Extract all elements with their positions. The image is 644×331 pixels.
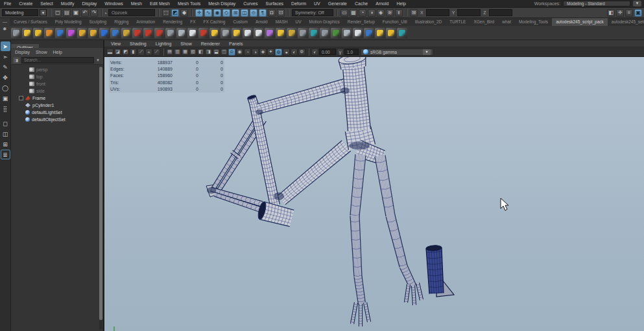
outliner-item-defaultobjectset[interactable]: defaultObjectSet bbox=[11, 116, 103, 123]
menu-mesh-display[interactable]: Mesh Display bbox=[204, 0, 239, 8]
shelf-icon-8[interactable] bbox=[88, 28, 99, 38]
ipr-render-icon[interactable]: ◔ bbox=[359, 9, 366, 17]
snap-curve-icon[interactable]: ∿ bbox=[204, 9, 212, 17]
four-pane-layout-icon[interactable]: ⊞ bbox=[1, 139, 10, 149]
symmetry-dropdown[interactable]: Symmetry: Off bbox=[292, 9, 333, 16]
viewport-toolbar-icon[interactable]: ◑ bbox=[252, 49, 259, 56]
shelf-icon-18[interactable] bbox=[198, 28, 209, 38]
viewport-toolbar-icon[interactable]: ▥ bbox=[174, 49, 181, 56]
render-settings-icon[interactable]: ◑ bbox=[368, 9, 376, 17]
select-component-mode-icon[interactable]: ◆ bbox=[180, 9, 188, 17]
shelf-icon-24[interactable] bbox=[265, 28, 275, 38]
move-tool-icon[interactable]: ✥ bbox=[1, 73, 10, 82]
shelf-tab-sculpting[interactable]: Sculpting bbox=[86, 18, 111, 26]
outliner-filter-icon[interactable]: ◨ bbox=[13, 57, 19, 63]
shelf-tab-mash[interactable]: MASH bbox=[272, 18, 292, 26]
light-editor-icon[interactable]: ≋ bbox=[386, 9, 394, 17]
construction-history-icon[interactable]: ⊡ bbox=[277, 9, 285, 17]
outliner-persp-layout-icon[interactable]: ≣ bbox=[1, 150, 10, 159]
shelf-icon-12[interactable] bbox=[132, 28, 143, 38]
shelf-icon-23[interactable] bbox=[254, 28, 264, 38]
shelf-icon-2[interactable] bbox=[22, 28, 32, 38]
menu-create[interactable]: Create bbox=[15, 0, 36, 8]
outliner-item-defaultlightset[interactable]: defaultLightSet bbox=[11, 109, 103, 116]
viewport-toolbar-icon[interactable]: ▤ bbox=[166, 49, 173, 56]
menu-deform[interactable]: Deform bbox=[287, 0, 310, 8]
shelf-tab-uv[interactable]: UV bbox=[291, 18, 305, 26]
shelf-icon-33[interactable] bbox=[364, 28, 374, 38]
shelf-icon-34[interactable] bbox=[375, 28, 385, 38]
exposure-field[interactable]: 0.00 bbox=[319, 49, 336, 55]
shelf-icon-28[interactable] bbox=[309, 28, 319, 38]
redo-icon[interactable]: ↷ bbox=[90, 9, 98, 17]
shelf-icon-4[interactable] bbox=[44, 28, 54, 38]
grid-coords-icon[interactable]: ⊞ bbox=[410, 9, 418, 17]
menu-cache[interactable]: Cache bbox=[351, 0, 372, 8]
shelf-icon-7[interactable] bbox=[77, 28, 88, 38]
shelf-icon-16[interactable] bbox=[176, 28, 187, 38]
modeling-toolkit-toggle-icon[interactable]: ▣ bbox=[634, 9, 642, 17]
viewport-toolbar-icon[interactable]: ◍ bbox=[275, 49, 282, 56]
scale-tool-icon[interactable]: ▣ bbox=[1, 93, 10, 103]
menu-curves[interactable]: Curves bbox=[239, 0, 261, 8]
viewport-toolbar-icon[interactable]: ▧ bbox=[189, 49, 197, 56]
snap-history-icon[interactable]: ¶ bbox=[259, 9, 267, 17]
shelf-icon-5[interactable] bbox=[55, 28, 66, 38]
color-management-dropdown[interactable]: sRGB gamma ▼ bbox=[361, 49, 433, 56]
viewport-toolbar-icon[interactable]: ⟑ bbox=[145, 49, 152, 56]
outliner-menu-show[interactable]: Show bbox=[36, 50, 47, 54]
shelf-icon-20[interactable] bbox=[221, 28, 231, 38]
exposure-icon[interactable]: ◐ bbox=[311, 49, 318, 56]
render-current-frame-icon[interactable]: ▦ bbox=[350, 9, 357, 17]
viewport-toolbar-icon[interactable]: ◈ bbox=[259, 49, 267, 56]
hypershade-icon[interactable]: ◈ bbox=[377, 9, 385, 17]
viewport-toolbar-icon[interactable]: ◐ bbox=[291, 49, 298, 56]
channel-box-toggle-icon[interactable]: ≡ bbox=[625, 9, 633, 17]
shelf-icon-6[interactable] bbox=[66, 28, 77, 38]
viewport-toolbar-icon[interactable]: ◩ bbox=[122, 49, 129, 56]
make-live-icon[interactable]: ◫ bbox=[241, 9, 248, 17]
shelf-icon-22[interactable] bbox=[243, 28, 253, 38]
shelf-tab-custom[interactable]: Custom bbox=[229, 18, 251, 26]
shelf-tab-curves-surfaces[interactable]: Curves / Surfaces bbox=[10, 18, 51, 26]
viewport-toolbar-icon[interactable]: ◨ bbox=[205, 49, 212, 56]
shelf-tab-illustration-2d[interactable]: Illustration_2D bbox=[411, 18, 446, 26]
shelf-collapse-icon[interactable]: — bbox=[3, 19, 7, 24]
viewport-menu-lighting[interactable]: Lighting bbox=[152, 41, 176, 46]
shelf-tab-motion-graphics[interactable]: Motion Graphics bbox=[305, 18, 344, 26]
viewport-toolbar-icon[interactable]: ✦ bbox=[267, 49, 274, 56]
shelf-tab-render-setup[interactable]: Render_Setup bbox=[344, 18, 379, 26]
shelf-icon-14[interactable] bbox=[154, 28, 165, 38]
select-hierarchy-icon[interactable]: ⬚ bbox=[162, 9, 170, 17]
workspace-dropdown-arrow-icon[interactable]: ▼ bbox=[633, 1, 641, 6]
outliner-search-arrow-icon[interactable]: ▼ bbox=[96, 58, 101, 62]
menu-edit-mesh[interactable]: Edit Mesh bbox=[146, 0, 174, 8]
single-pane-layout-icon[interactable]: ◻ bbox=[1, 119, 10, 128]
menu-set-dropdown[interactable]: Modeling bbox=[2, 9, 38, 16]
shelf-tab-fx[interactable]: FX bbox=[186, 18, 199, 26]
save-scene-icon[interactable]: ▣ bbox=[72, 9, 80, 17]
gamma-field[interactable]: 1.0 bbox=[344, 49, 359, 55]
menu-surfaces[interactable]: Surfaces bbox=[261, 0, 287, 8]
shelf-tab-rigging[interactable]: Rigging bbox=[110, 18, 132, 26]
shelf-icon-9[interactable] bbox=[99, 28, 110, 38]
shelf-icon-30[interactable] bbox=[331, 28, 341, 38]
viewport-menu-view[interactable]: View bbox=[107, 41, 125, 46]
viewport-menu-shading[interactable]: Shading bbox=[126, 41, 150, 46]
attribute-editor-toggle-icon[interactable]: ◧ bbox=[607, 9, 615, 17]
shelf-tab-modeling-tools[interactable]: Modeling_Tools bbox=[515, 18, 552, 26]
outliner-item-persp[interactable]: persp bbox=[11, 66, 103, 73]
coord-z-input[interactable] bbox=[489, 9, 512, 16]
shelf-icon-11[interactable] bbox=[121, 28, 132, 38]
two-pane-layout-icon[interactable]: ◫ bbox=[1, 129, 10, 139]
snap-align-icon[interactable]: ⟐ bbox=[250, 9, 257, 17]
viewport-toolbar-icon[interactable]: ⬓ bbox=[213, 49, 220, 56]
viewport-toolbar-icon[interactable]: ◉ bbox=[236, 49, 243, 56]
select-object-mode-icon[interactable]: ◩ bbox=[171, 9, 179, 17]
open-render-view-icon[interactable]: ▭ bbox=[340, 9, 348, 17]
viewport-canvas[interactable]: Verts:18893700Edges:14088900Faces:158960… bbox=[104, 57, 644, 331]
menu-modify[interactable]: Modify bbox=[57, 0, 78, 8]
shelf-tab-rendering[interactable]: Rendering bbox=[159, 18, 186, 26]
outliner-item-front[interactable]: front bbox=[11, 80, 103, 87]
visibility-checkbox[interactable] bbox=[19, 96, 23, 100]
